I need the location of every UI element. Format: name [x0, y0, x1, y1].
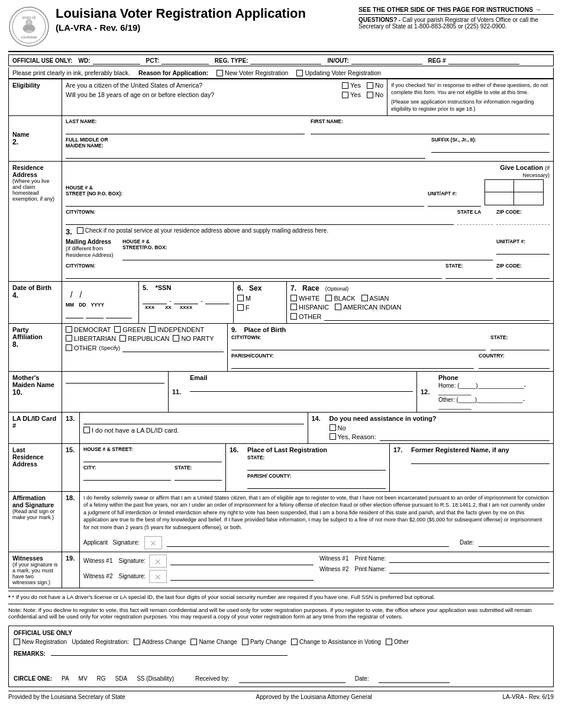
change-assistance-checkbox[interactable]: Change to Assistance in Voting — [291, 639, 381, 645]
witness1-sig-input[interactable] — [170, 557, 314, 565]
q1-no-checkbox[interactable]: No — [367, 82, 383, 89]
updating-voter-checkbox[interactable]: Updating Voter Registration — [296, 69, 380, 76]
race-white-checkbox[interactable]: WHITE — [290, 295, 319, 302]
city-town2-input[interactable] — [66, 269, 442, 279]
q1-yes-checkbox[interactable]: Yes — [342, 82, 361, 89]
sex-m-checkbox[interactable]: M — [237, 295, 283, 302]
middle-name-label: FULL MIDDLE OR MAIDEN NAME: — [66, 137, 425, 149]
unit-apt-input[interactable] — [428, 197, 481, 207]
zip-res-input[interactable] — [496, 215, 550, 225]
sex-f-checkbox[interactable]: F — [237, 304, 283, 311]
party-independent[interactable]: INDEPENDENT — [149, 326, 204, 333]
updating-voter-label: Updating Voter Registration — [305, 69, 380, 76]
middle-name-input[interactable] — [66, 149, 425, 159]
new-voter-checkbox[interactable]: New Voter Registration — [217, 69, 288, 76]
in-out-field: IN/OUT: — [327, 56, 422, 65]
received-by-input[interactable] — [239, 675, 345, 683]
race-hispanic-checkbox[interactable]: HISPANIC — [290, 304, 329, 311]
name-section: Name 2. LAST NAME: FIRST NAME: — [9, 115, 553, 161]
place-country-input[interactable] — [479, 359, 550, 369]
reg-type-input[interactable] — [250, 56, 321, 65]
race-black-checkbox[interactable]: BLACK — [325, 295, 355, 302]
state2-input[interactable] — [445, 269, 493, 279]
maiden-name-input[interactable] — [66, 374, 164, 384]
bottom-date-input[interactable] — [379, 675, 450, 683]
zip2-input[interactable] — [496, 269, 550, 279]
place-state-input[interactable] — [490, 341, 550, 350]
race-other-input[interactable] — [324, 313, 550, 321]
witness2-print-input[interactable] — [389, 565, 550, 574]
city-town-res-input[interactable] — [66, 215, 454, 225]
assistance-reason-input[interactable] — [380, 433, 550, 441]
last-reg-parish-input[interactable] — [247, 479, 386, 489]
affirmation-date-input[interactable] — [479, 539, 550, 547]
witness2-sig-box[interactable]: ⨯ — [149, 570, 167, 583]
name-content: LAST NAME: FIRST NAME: FULL MIDDLE OR MA… — [62, 116, 553, 161]
new-voter-checkbox-box[interactable] — [217, 70, 223, 76]
race-asian-checkbox[interactable]: ASIAN — [361, 295, 389, 302]
give-location-label: Give Location — [500, 164, 543, 171]
assistance-no-checkbox[interactable]: No — [330, 424, 346, 431]
email-input[interactable] — [190, 382, 413, 392]
zip2-label: ZIP CODE: — [496, 263, 550, 269]
witness1-print-input[interactable] — [389, 555, 550, 563]
house-street-input[interactable] — [66, 197, 424, 207]
in-out-input[interactable] — [351, 56, 422, 65]
party-change-checkbox[interactable]: Party Change — [242, 639, 286, 645]
witness1-sig-box[interactable]: ⨯ — [149, 555, 167, 568]
witness2-sig-input[interactable] — [170, 572, 314, 581]
party-green[interactable]: GREEN — [114, 326, 146, 333]
q2-no-checkbox[interactable]: No — [367, 91, 383, 98]
applicant-signature-box[interactable]: ⨯ — [144, 536, 162, 549]
ssn-xxx-input[interactable] — [143, 295, 167, 304]
suffix-input[interactable] — [431, 143, 550, 153]
applicant-sig-input[interactable] — [167, 539, 449, 547]
email-content: Email — [186, 372, 417, 412]
eligibility-label: Eligibility — [9, 79, 62, 115]
last-city-input[interactable] — [83, 471, 171, 481]
house-po-input[interactable] — [122, 251, 493, 260]
dlid-input[interactable] — [83, 415, 304, 424]
official-use-bottom: OFFICIAL USE ONLY New Registration Updat… — [8, 626, 554, 687]
q2-yes-checkbox[interactable]: Yes — [342, 91, 361, 98]
first-name-input[interactable] — [311, 125, 550, 134]
party-other[interactable]: OTHER — [66, 344, 97, 352]
place-parish-input[interactable] — [231, 359, 474, 369]
phone-home: Home: (_____)______________-__________ — [438, 382, 550, 395]
other-bottom-checkbox[interactable]: Other — [386, 639, 409, 645]
race-american-indian-checkbox[interactable]: AMERICAN INDIAN — [335, 304, 401, 311]
reg-hash-input[interactable] — [448, 56, 519, 65]
pct-input[interactable] — [162, 56, 209, 65]
former-name-input[interactable] — [411, 455, 550, 464]
party-libertarian[interactable]: LIBERTARIAN — [66, 335, 116, 342]
no-postal-service-checkbox[interactable]: Check if no postal service at your resid… — [77, 227, 328, 234]
new-reg-bottom-checkbox[interactable]: New Registration — [14, 639, 67, 645]
party-no-party[interactable]: NO PARTY — [173, 335, 214, 342]
last-name-input[interactable] — [66, 125, 305, 134]
unit-apt-label: UNIT/APT #: — [428, 191, 481, 197]
unit-apt2-input[interactable] — [496, 245, 550, 255]
no-dlid-checkbox[interactable]: I do not have a LA DL/ID card. — [83, 427, 304, 434]
updating-voter-checkbox-box[interactable] — [296, 70, 303, 76]
ssn-xx-input[interactable] — [174, 295, 198, 304]
assistance-yes-checkbox[interactable]: Yes, Reason: — [330, 433, 376, 440]
party-democrat[interactable]: DEMOCRAT — [66, 326, 111, 333]
place-city-input[interactable] — [231, 341, 486, 350]
race-other-checkbox[interactable]: OTHER — [290, 313, 322, 320]
remarks-input[interactable] — [51, 648, 288, 656]
address-change-checkbox[interactable]: Address Change — [134, 639, 186, 645]
party-republican[interactable]: REPUBLICAN — [119, 335, 169, 342]
last-reg-state-input[interactable] — [247, 461, 386, 471]
ssn-xxxx-input[interactable] — [205, 295, 230, 304]
last-state-input[interactable] — [175, 471, 222, 481]
dob-mm-input[interactable] — [66, 309, 83, 318]
wd-input[interactable] — [93, 56, 140, 65]
email-num-cell: 11. — [169, 372, 186, 412]
dob-yyyy-input[interactable] — [106, 309, 132, 318]
reg-type-field: REG. TYPE: — [215, 56, 322, 65]
name-change-checkbox[interactable]: Name Change — [190, 639, 237, 645]
eligibility-section: Eligibility Are you a citizen of the Uni… — [9, 79, 553, 115]
last-house-input[interactable] — [83, 453, 222, 462]
dob-dd-input[interactable] — [86, 309, 104, 318]
party-other-input[interactable] — [122, 344, 224, 352]
